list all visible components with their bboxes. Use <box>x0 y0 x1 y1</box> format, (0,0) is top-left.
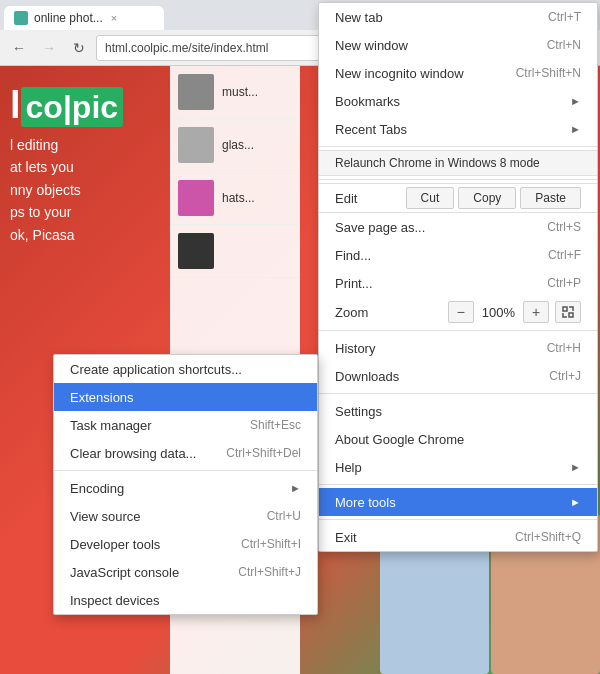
arrow-more-tools: ► <box>570 496 581 508</box>
menu-item-history[interactable]: History Ctrl+H <box>319 334 597 362</box>
menu-item-exit[interactable]: Exit Ctrl+Shift+Q <box>319 523 597 551</box>
shortcut-print: Ctrl+P <box>547 276 581 290</box>
paste-button[interactable]: Paste <box>520 187 581 209</box>
shortcut-new-window: Ctrl+N <box>547 38 581 52</box>
shortcut-clear-browsing: Ctrl+Shift+Del <box>226 446 301 460</box>
shortcut-new-tab: Ctrl+T <box>548 10 581 24</box>
sub-menu-item-clear-browsing[interactable]: Clear browsing data... Ctrl+Shift+Del <box>54 439 317 467</box>
menu-divider-4 <box>319 393 597 394</box>
sub-label-view-source: View source <box>70 509 141 524</box>
menu-label-help: Help <box>335 460 362 475</box>
sidebar-item-glasses[interactable]: glas... <box>170 119 300 172</box>
menu-divider-1 <box>319 146 597 147</box>
menu-label-new-window: New window <box>335 38 408 53</box>
tab-bar: online phot... × <box>4 0 164 30</box>
sub-divider-1 <box>54 470 317 471</box>
sub-menu-item-view-source[interactable]: View source Ctrl+U <box>54 502 317 530</box>
menu-label-downloads: Downloads <box>335 369 399 384</box>
sidebar-label-hats: hats... <box>222 191 255 205</box>
address-text: html.coolpic.me/site/index.html <box>105 41 268 55</box>
sub-label-js-console: JavaScript console <box>70 565 179 580</box>
menu-item-find[interactable]: Find... Ctrl+F <box>319 241 597 269</box>
window-chrome: online phot... × — □ ✕ ← → ↻ html.coolpi… <box>0 0 600 674</box>
menu-item-new-window[interactable]: New window Ctrl+N <box>319 31 597 59</box>
menu-label-incognito: New incognito window <box>335 66 464 81</box>
svg-rect-2 <box>569 313 573 317</box>
shortcut-downloads: Ctrl+J <box>549 369 581 383</box>
edit-label: Edit <box>335 191 357 206</box>
sub-label-task-manager: Task manager <box>70 418 152 433</box>
zoom-in-button[interactable]: + <box>523 301 549 323</box>
menu-item-downloads[interactable]: Downloads Ctrl+J <box>319 362 597 390</box>
sidebar-item-hats[interactable]: hats... <box>170 172 300 225</box>
shortcut-task-manager: Shift+Esc <box>250 418 301 432</box>
sidebar-item-pirate[interactable] <box>170 225 300 278</box>
sub-label-inspect-devices: Inspect devices <box>70 593 160 608</box>
menu-label-bookmarks: Bookmarks <box>335 94 400 109</box>
zoom-label: Zoom <box>335 305 368 320</box>
brand-logo: lco|pic <box>10 86 123 124</box>
shortcut-incognito: Ctrl+Shift+N <box>516 66 581 80</box>
more-tools-submenu: Create application shortcuts... Extensio… <box>53 354 318 615</box>
menu-item-recent-tabs[interactable]: Recent Tabs ► <box>319 115 597 143</box>
cut-button[interactable]: Cut <box>406 187 455 209</box>
shortcut-dev-tools: Ctrl+Shift+I <box>241 537 301 551</box>
back-button[interactable]: ← <box>6 35 32 61</box>
tab-label: online phot... <box>34 11 103 25</box>
menu-label-history: History <box>335 341 375 356</box>
sub-menu-item-js-console[interactable]: JavaScript console Ctrl+Shift+J <box>54 558 317 586</box>
shortcut-view-source: Ctrl+U <box>267 509 301 523</box>
menu-divider-5 <box>319 484 597 485</box>
menu-item-bookmarks[interactable]: Bookmarks ► <box>319 87 597 115</box>
menu-item-settings[interactable]: Settings <box>319 397 597 425</box>
brand-prefix: l <box>10 84 21 126</box>
sub-label-extensions: Extensions <box>70 390 134 405</box>
sub-menu-item-dev-tools[interactable]: Developer tools Ctrl+Shift+I <box>54 530 317 558</box>
reload-button[interactable]: ↻ <box>66 35 92 61</box>
shortcut-history: Ctrl+H <box>547 341 581 355</box>
sub-menu-item-create-app[interactable]: Create application shortcuts... <box>54 355 317 383</box>
menu-item-relaunch[interactable]: Relaunch Chrome in Windows 8 mode <box>319 150 597 176</box>
menu-item-more-tools[interactable]: More tools ► <box>319 488 597 516</box>
brand-tagline: l editing at lets you nny objects ps to … <box>10 134 123 246</box>
active-tab[interactable]: online phot... × <box>4 6 164 30</box>
fullscreen-button[interactable] <box>555 301 581 323</box>
tab-favicon <box>14 11 28 25</box>
sidebar-thumb-glasses <box>178 127 214 163</box>
copy-button[interactable]: Copy <box>458 187 516 209</box>
relaunch-label: Relaunch Chrome in Windows 8 mode <box>335 156 540 170</box>
shortcut-save-page: Ctrl+S <box>547 220 581 234</box>
menu-label-print: Print... <box>335 276 373 291</box>
menu-divider-6 <box>319 519 597 520</box>
sidebar-label-moustache: must... <box>222 85 258 99</box>
sub-menu-item-extensions[interactable]: Extensions <box>54 383 317 411</box>
menu-label-settings: Settings <box>335 404 382 419</box>
sidebar-item-moustache[interactable]: must... <box>170 66 300 119</box>
zoom-out-button[interactable]: − <box>448 301 474 323</box>
shortcut-exit: Ctrl+Shift+Q <box>515 530 581 544</box>
menu-item-new-incognito[interactable]: New incognito window Ctrl+Shift+N <box>319 59 597 87</box>
chrome-menu: New tab Ctrl+T New window Ctrl+N New inc… <box>318 2 598 552</box>
menu-item-about-chrome[interactable]: About Google Chrome <box>319 425 597 453</box>
menu-label-exit: Exit <box>335 530 357 545</box>
svg-rect-1 <box>563 307 567 311</box>
menu-item-print[interactable]: Print... Ctrl+P <box>319 269 597 297</box>
menu-item-save-page[interactable]: Save page as... Ctrl+S <box>319 213 597 241</box>
menu-item-help[interactable]: Help ► <box>319 453 597 481</box>
arrow-bookmarks: ► <box>570 95 581 107</box>
tab-close-button[interactable]: × <box>111 12 117 24</box>
menu-label-find: Find... <box>335 248 371 263</box>
forward-button[interactable]: → <box>36 35 62 61</box>
sidebar-thumb-pirate <box>178 233 214 269</box>
sidebar-thumb-moustache <box>178 74 214 110</box>
sub-label-dev-tools: Developer tools <box>70 537 160 552</box>
brand-cool: co|pic <box>21 87 124 127</box>
sub-menu-item-inspect-devices[interactable]: Inspect devices <box>54 586 317 614</box>
brand-area: lco|pic l editing at lets you nny object… <box>10 86 123 246</box>
menu-item-new-tab[interactable]: New tab Ctrl+T <box>319 3 597 31</box>
sub-menu-item-task-manager[interactable]: Task manager Shift+Esc <box>54 411 317 439</box>
sub-menu-item-encoding[interactable]: Encoding ► <box>54 474 317 502</box>
sidebar-thumb-hat <box>178 180 214 216</box>
menu-divider-3 <box>319 330 597 331</box>
sub-label-encoding: Encoding <box>70 481 124 496</box>
